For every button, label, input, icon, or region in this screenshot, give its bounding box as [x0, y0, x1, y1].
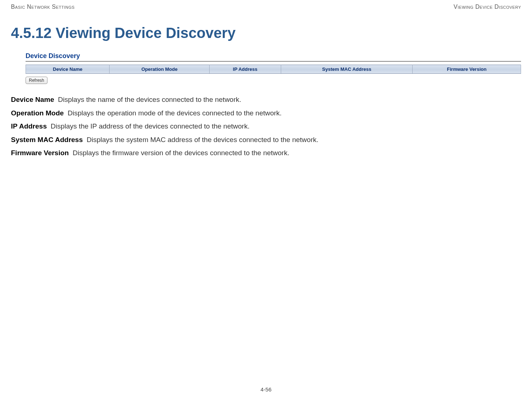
- definition-ip-address: IP Address Displays the IP address of th…: [11, 122, 521, 131]
- definition-operation-mode: Operation Mode Displays the operation mo…: [11, 108, 521, 118]
- term-ip-address: IP Address: [11, 122, 47, 130]
- definition-mac-address: System MAC Address Displays the system M…: [11, 135, 521, 145]
- desc-device-name: Displays the name of the devices connect…: [58, 96, 241, 103]
- table-header-row: Device Name Operation Mode IP Address Sy…: [26, 65, 521, 74]
- term-mac-address: System MAC Address: [11, 136, 83, 143]
- section-title: 4.5.12 Viewing Device Discovery: [11, 25, 521, 41]
- col-device-name: Device Name: [26, 65, 110, 74]
- desc-operation-mode: Displays the operation mode of the devic…: [68, 109, 282, 117]
- device-discovery-table: Device Name Operation Mode IP Address Sy…: [26, 65, 521, 74]
- term-firmware-version: Firmware Version: [11, 149, 69, 157]
- panel-title: Device Discovery: [26, 52, 521, 62]
- refresh-button[interactable]: Refresh: [26, 77, 47, 84]
- page-number: 4-56: [260, 386, 271, 393]
- device-discovery-panel: Device Discovery Device Name Operation M…: [26, 52, 521, 84]
- col-ip-address: IP Address: [209, 65, 281, 74]
- col-operation-mode: Operation Mode: [110, 65, 209, 74]
- page-header: Basic Network Settings Viewing Device Di…: [11, 4, 521, 10]
- desc-firmware-version: Displays the firmware version of the dev…: [73, 149, 290, 157]
- col-firmware-version: Firmware Version: [413, 65, 521, 74]
- term-device-name: Device Name: [11, 96, 54, 103]
- header-right: Viewing Device Discovery: [453, 4, 521, 10]
- definition-firmware-version: Firmware Version Displays the firmware v…: [11, 148, 521, 158]
- term-operation-mode: Operation Mode: [11, 109, 64, 117]
- desc-mac-address: Displays the system MAC address of the d…: [87, 136, 318, 143]
- header-left: Basic Network Settings: [11, 4, 74, 10]
- desc-ip-address: Displays the IP address of the devices c…: [51, 122, 250, 130]
- col-system-mac: System MAC Address: [281, 65, 413, 74]
- definition-device-name: Device Name Displays the name of the dev…: [11, 95, 521, 105]
- definitions-list: Device Name Displays the name of the dev…: [11, 95, 521, 158]
